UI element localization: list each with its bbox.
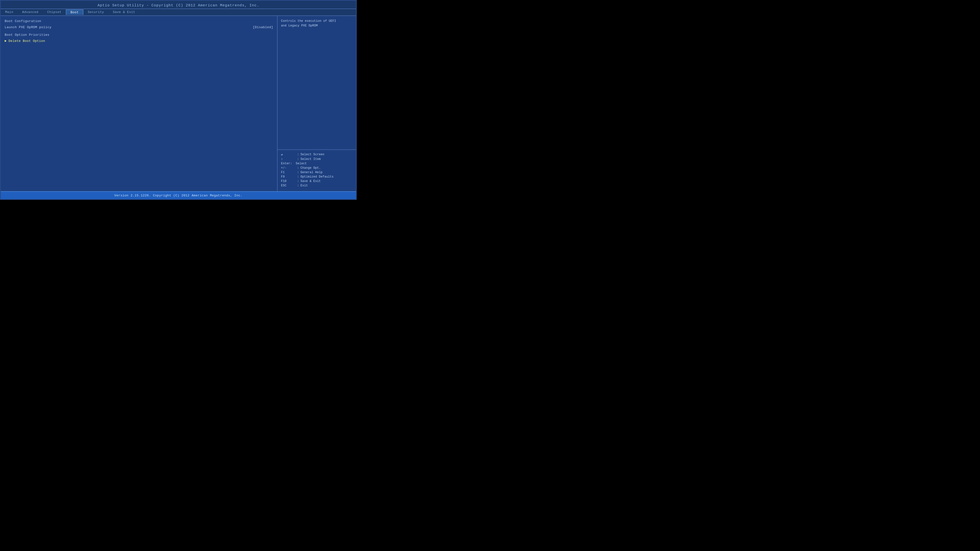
key-select-item-desc: Select Item — [301, 157, 321, 161]
launch-pxe-label: Launch PXE OpROM policy — [5, 25, 51, 29]
help-text-line1: Controls the execution of UEFI — [281, 19, 353, 24]
header-title: Aptio Setup Utility - Copyright (C) 2012… — [97, 3, 259, 8]
key-plus-minus: +/- — [281, 166, 296, 170]
key-enter-desc: Select — [296, 162, 307, 165]
tab-chipset[interactable]: Chipset — [43, 10, 66, 15]
tab-save-exit[interactable]: Save & Exit — [108, 10, 139, 15]
key-row-esc: ESC : Exit — [281, 184, 353, 187]
tab-bar: Main Advanced Chipset Boot Security Save… — [1, 9, 356, 16]
footer-bar: Version 2.15.1226. Copyright (C) 2012 Am… — [1, 191, 356, 199]
key-row-f1: F1 : General Help — [281, 171, 353, 174]
delete-boot-option-label: Delete Boot Option — [9, 39, 45, 43]
keys-area: ⇄ : Select Screen ↕ : Select Item Enter:… — [278, 150, 356, 191]
right-panel: Controls the execution of UEFI and Legac… — [278, 16, 356, 191]
key-row-select-screen: ⇄ : Select Screen — [281, 153, 353, 157]
key-row-select-item: ↕ : Select Item — [281, 157, 353, 161]
bios-screen: Aptio Setup Utility - Copyright (C) 2012… — [0, 0, 357, 200]
key-f9-desc: Optimized Defaults — [301, 175, 334, 178]
key-row-change: +/- : Change Opt. — [281, 166, 353, 170]
key-f10: F10 — [281, 179, 296, 183]
launch-pxe-row[interactable]: Launch PXE OpROM policy [Disabled] — [5, 25, 273, 29]
header-bar: Aptio Setup Utility - Copyright (C) 2012… — [1, 1, 356, 9]
key-select-screen-desc: Select Screen — [301, 153, 325, 157]
help-text-area: Controls the execution of UEFI and Legac… — [278, 16, 356, 150]
tab-main[interactable]: Main — [1, 10, 18, 15]
key-arrows-ud: ↕ — [281, 157, 296, 161]
key-row-f9: F9 : Optimized Defaults — [281, 175, 353, 178]
tab-security[interactable]: Security — [83, 10, 108, 15]
delete-boot-option-item[interactable]: ► Delete Boot Option — [5, 39, 273, 43]
key-change-desc: Change Opt. — [301, 166, 321, 170]
key-f1: F1 — [281, 171, 296, 174]
key-f10-desc: Save & Exit — [301, 179, 321, 183]
tab-advanced[interactable]: Advanced — [18, 10, 43, 15]
key-arrows-lr: ⇄ — [281, 153, 296, 157]
key-f9: F9 — [281, 175, 296, 178]
footer-text: Version 2.15.1226. Copyright (C) 2012 Am… — [115, 194, 243, 197]
left-panel: Boot Configuration Launch PXE OpROM poli… — [1, 16, 278, 191]
key-row-f10: F10 : Save & Exit — [281, 179, 353, 183]
arrow-icon: ► — [5, 39, 6, 43]
key-f1-desc: General Help — [301, 171, 323, 174]
main-content: Boot Configuration Launch PXE OpROM poli… — [1, 16, 356, 191]
boot-option-priorities-title: Boot Option Priorities — [5, 33, 273, 37]
key-esc: ESC — [281, 184, 296, 187]
help-text-line2: and Legacy PXE OpROM — [281, 24, 353, 28]
launch-pxe-value: [Disabled] — [253, 25, 273, 29]
boot-configuration-header: Boot Configuration — [5, 19, 273, 23]
key-esc-desc: Exit — [301, 184, 308, 187]
key-row-enter: Enter: Select — [281, 162, 353, 165]
key-enter: Enter: — [281, 162, 296, 165]
tab-boot[interactable]: Boot — [66, 10, 83, 15]
